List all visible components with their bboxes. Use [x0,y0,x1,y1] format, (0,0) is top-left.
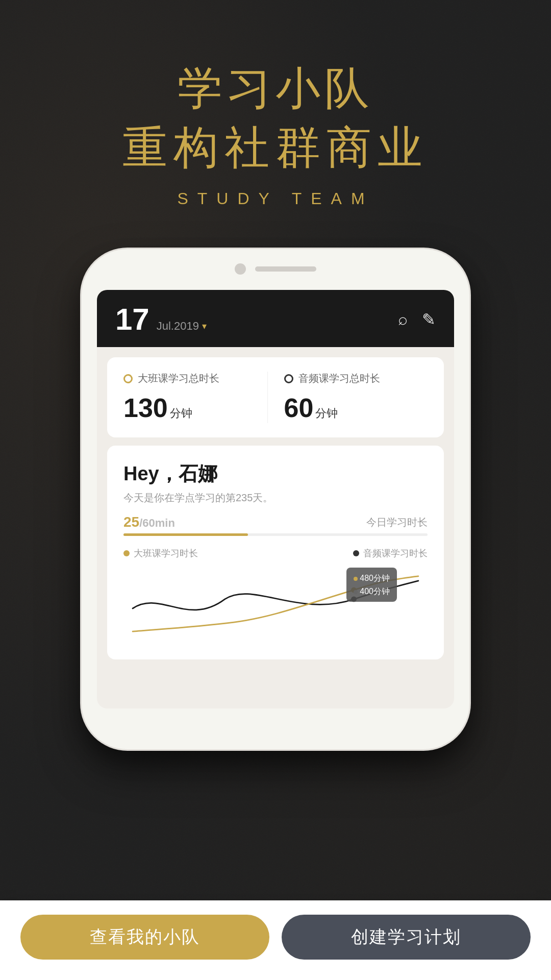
title-line2: 重构社群商业 [122,120,429,175]
user-subtitle: 今天是你在学点学习的第235天。 [123,491,428,505]
date-month: Jul.2019 ▾ [157,320,207,333]
progress-bar-bg [123,533,428,536]
app-header-right: ⌕ ✎ [398,310,436,329]
legend-item-2: 音频课学习时长 [353,547,428,559]
search-icon[interactable]: ⌕ [398,310,408,329]
phone-screen: 17 Jul.2019 ▾ ⌕ ✎ 大班课学习总时长 [97,290,454,708]
chart-tooltip: 480分钟 400分钟 [346,568,397,602]
stat-item-2: 音频课学习总时长 60 分钟 [267,372,428,423]
progress-bar-fill [123,533,248,536]
phone-mockup: 17 Jul.2019 ▾ ⌕ ✎ 大班课学习总时长 [82,249,469,749]
progress-row: 25/60min 今日学习时长 [123,514,428,530]
phone-speaker [255,266,316,272]
stat1-dot-icon [123,374,133,383]
stat2-label: 音频课学习总时长 [284,372,428,385]
page-root: 学习小队 重构社群商业 STUDY TEAM 17 Jul.2019 ▾ [0,0,551,980]
create-study-plan-button[interactable]: 创建学习计划 [282,915,531,960]
progress-value: 25/60min [123,514,175,530]
header-section: 学习小队 重构社群商业 STUDY TEAM [122,61,429,208]
view-my-team-button[interactable]: 查看我的小队 [20,915,269,960]
progress-label: 今日学习时长 [366,516,428,529]
stat1-label: 大班课学习总时长 [123,372,267,385]
stat1-value: 130 分钟 [123,393,267,423]
phone-top-elements [235,263,316,275]
stat-item-1: 大班课学习总时长 130 分钟 [123,372,267,423]
legend-item-1: 大班课学习时长 [123,547,198,559]
edit-icon[interactable]: ✎ [422,310,436,329]
phone-camera [235,263,246,275]
chart-legend: 大班课学习时长 音频课学习时长 [123,547,428,559]
chart-area: 480分钟 400分钟 [123,568,428,649]
user-card: Hey，石娜 今天是你在学点学习的第235天。 25/60min 今日学习时长 … [107,446,444,659]
user-greeting: Hey，石娜 [123,461,428,487]
bottom-bar: 查看我的小队 创建学习计划 [0,900,551,980]
stat2-value: 60 分钟 [284,393,428,423]
stats-card: 大班课学习总时长 130 分钟 音频课学习总时长 60 分钟 [107,357,444,437]
legend-dot-dark-icon [353,550,359,556]
tooltip-dark-icon [354,590,358,594]
app-header-left: 17 Jul.2019 ▾ [115,304,207,335]
stat2-dot-icon [284,374,293,383]
tooltip-yellow-icon [354,577,358,581]
date-number: 17 [115,304,149,335]
subtitle: STUDY TEAM [122,189,429,208]
title-line1: 学习小队 [122,61,429,115]
app-header: 17 Jul.2019 ▾ ⌕ ✎ [97,290,454,347]
date-arrow-icon: ▾ [202,321,207,332]
legend-dot-yellow-icon [123,550,130,556]
